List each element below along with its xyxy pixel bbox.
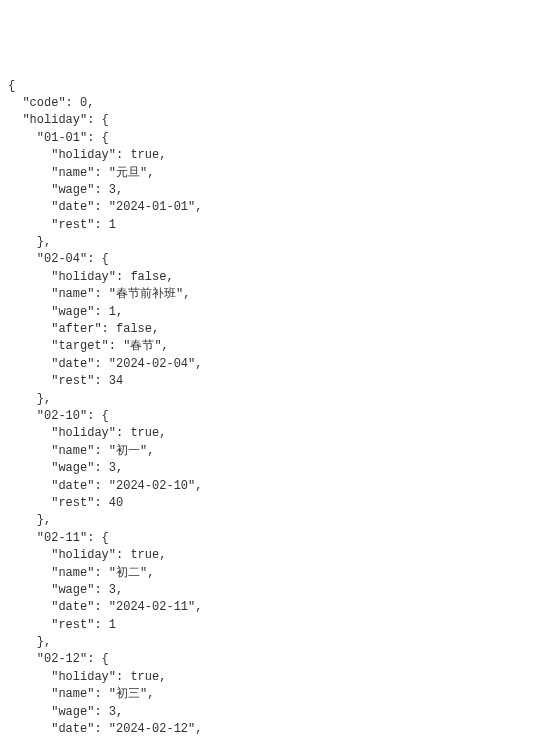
json-document: { "code": 0, "holiday": { "01-01": { "ho… [8, 78, 549, 739]
